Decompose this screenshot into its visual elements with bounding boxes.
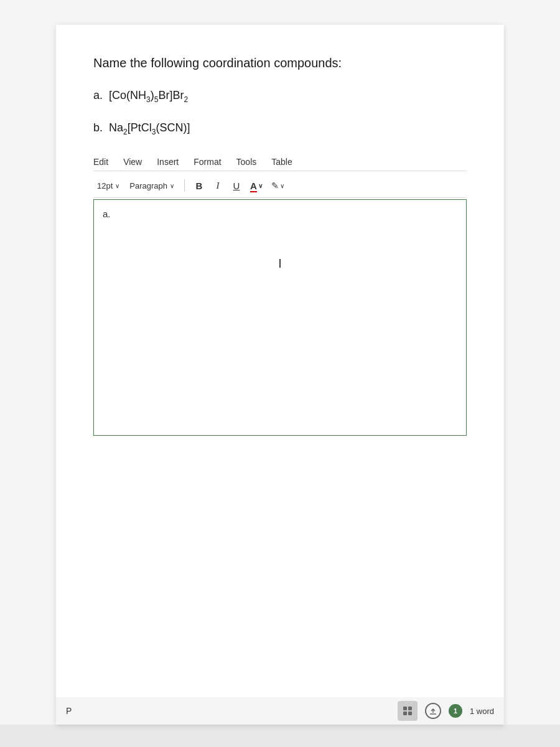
bottom-bar: P 1 1 word — [56, 697, 504, 725]
menu-insert[interactable]: Insert — [157, 157, 179, 167]
font-color-chevron: ∨ — [258, 182, 263, 189]
menu-tools[interactable]: Tools — [236, 157, 257, 167]
editor-container: Edit View Insert Format Tools Table 12pt… — [93, 153, 467, 436]
upload-icon[interactable] — [425, 703, 441, 719]
menu-table[interactable]: Table — [271, 157, 292, 167]
svg-rect-0 — [403, 707, 407, 710]
word-count-badge: 1 — [449, 704, 462, 718]
editor-part-label: a. — [103, 209, 457, 219]
font-color-button[interactable]: A ∨ — [247, 177, 266, 194]
part-b-label: b. — [93, 121, 103, 134]
italic-button[interactable]: I — [210, 177, 226, 194]
bold-button[interactable]: B — [191, 177, 207, 194]
toolbar-separator — [184, 179, 185, 192]
text-cursor: I — [103, 256, 457, 271]
editor-toolbar: 12pt ∨ Paragraph ∨ B I U A ∨ ✎ ∨ — [93, 174, 467, 198]
part-a-label: a. — [93, 89, 103, 101]
main-content: Name the following coordination compound… — [0, 0, 560, 725]
part-a-question: a. [Co(NH3)5Br]Br2 — [93, 89, 467, 104]
svg-rect-2 — [403, 712, 407, 715]
menu-edit[interactable]: Edit — [93, 157, 108, 167]
svg-rect-3 — [408, 712, 412, 715]
paragraph-value: Paragraph — [129, 181, 167, 190]
paragraph-chevron: ∨ — [170, 182, 174, 189]
paragraph-dropdown[interactable]: Paragraph ∨ — [126, 180, 178, 192]
pen-chevron: ∨ — [280, 182, 284, 189]
part-b-question: b. Na2[PtCl3(SCN)] — [93, 121, 467, 136]
menu-view[interactable]: View — [123, 157, 142, 167]
underline-button[interactable]: U — [228, 177, 245, 194]
svg-rect-1 — [408, 707, 412, 710]
document-area: Name the following coordination compound… — [56, 25, 504, 725]
font-color-icon: A — [250, 181, 257, 191]
font-size-value: 12pt — [97, 181, 113, 190]
font-size-chevron: ∨ — [115, 182, 119, 189]
menu-format[interactable]: Format — [194, 157, 221, 167]
pen-button[interactable]: ✎ ∨ — [268, 177, 287, 194]
question-title: Name the following coordination compound… — [93, 56, 467, 70]
pen-icon: ✎ — [271, 181, 279, 190]
font-size-dropdown[interactable]: 12pt ∨ — [93, 180, 123, 192]
editor-text-area[interactable]: a. I — [93, 199, 467, 436]
bottom-right: 1 1 word — [398, 701, 494, 721]
page-indicator: P — [66, 706, 72, 716]
grid-icon-button[interactable] — [398, 701, 418, 721]
editor-menubar: Edit View Insert Format Tools Table — [93, 153, 467, 171]
word-count-text: 1 word — [470, 707, 494, 716]
